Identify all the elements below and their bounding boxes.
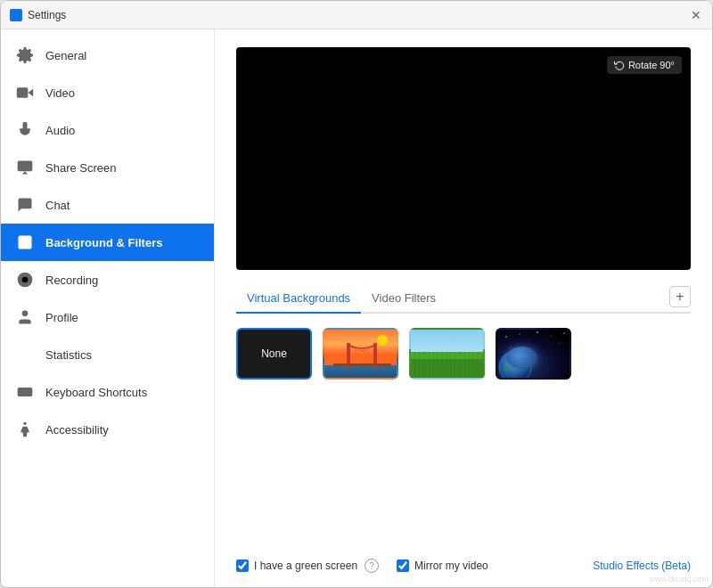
green-screen-group: I have a green screen ? (236, 559, 379, 573)
sidebar-item-accessibility[interactable]: Accessibility (1, 411, 214, 448)
app-icon (10, 9, 22, 21)
sidebar-label-profile: Profile (45, 311, 78, 324)
sidebar-label-share-screen: Share Screen (45, 161, 117, 175)
background-green-field[interactable] (409, 328, 485, 380)
svg-point-53 (560, 343, 561, 344)
sidebar-label-statistics: Statistics (45, 348, 92, 362)
sidebar-label-video: Video (45, 86, 75, 100)
svg-point-21 (23, 422, 26, 425)
mirror-video-checkbox[interactable] (397, 559, 409, 572)
background-space[interactable] (496, 328, 571, 380)
watermark: www.deuaq.com (650, 575, 709, 584)
background-golden-gate[interactable] (323, 328, 398, 380)
svg-marker-1 (28, 89, 33, 96)
sidebar-label-audio: Audio (45, 124, 75, 137)
general-icon (15, 45, 35, 65)
sidebar-label-keyboard-shortcuts: Keyboard Shortcuts (45, 386, 147, 399)
share-screen-icon (15, 158, 35, 177)
svg-rect-15 (18, 388, 33, 396)
titlebar-left: Settings (10, 9, 66, 21)
add-background-button[interactable]: + (669, 286, 691, 307)
mirror-video-label: Mirror my video (414, 559, 488, 572)
sidebar-label-general: General (45, 49, 86, 62)
footer-bar: I have a green screen ? Mirror my video … (236, 559, 691, 573)
tab-virtual-backgrounds[interactable]: Virtual Backgrounds (236, 284, 361, 314)
svg-rect-26 (333, 363, 391, 366)
sidebar-item-background-filters[interactable]: Background & Filters (1, 224, 214, 261)
profile-icon (15, 307, 35, 327)
titlebar: Settings ✕ (1, 1, 712, 29)
svg-point-10 (22, 277, 29, 283)
sidebar-item-keyboard-shortcuts[interactable]: Keyboard Shortcuts (1, 373, 214, 411)
sidebar-item-share-screen[interactable]: Share Screen (1, 149, 214, 186)
mirror-video-group: Mirror my video (397, 559, 488, 572)
background-none-label: None (261, 347, 287, 360)
settings-window: Settings ✕ General Video (0, 0, 713, 588)
sidebar-item-audio[interactable]: Audio (1, 111, 214, 149)
statistics-icon (15, 345, 35, 364)
sidebar-item-video[interactable]: Video (1, 74, 214, 111)
svg-rect-2 (17, 87, 28, 98)
keyboard-icon (15, 382, 35, 402)
svg-point-48 (505, 336, 507, 338)
sidebar-item-statistics[interactable]: Statistics (1, 336, 214, 373)
close-button[interactable]: ✕ (689, 8, 703, 22)
svg-rect-30 (411, 352, 485, 359)
green-screen-checkbox[interactable] (236, 559, 249, 572)
background-none[interactable]: None (236, 328, 312, 380)
studio-effects-link[interactable]: Studio Effects (Beta) (593, 559, 691, 572)
sidebar-label-recording: Recording (45, 274, 98, 287)
sidebar: General Video Audio Share (1, 29, 215, 587)
sidebar-label-background-filters: Background & Filters (45, 236, 162, 249)
green-screen-help-icon[interactable]: ? (365, 559, 379, 573)
sidebar-item-general[interactable]: General (1, 37, 214, 74)
svg-point-50 (537, 331, 538, 333)
content-area: General Video Audio Share (1, 29, 712, 587)
tab-video-filters[interactable]: Video Filters (361, 284, 447, 314)
svg-point-54 (510, 347, 511, 347)
svg-point-11 (22, 311, 29, 317)
svg-point-8 (21, 239, 23, 241)
svg-point-55 (529, 340, 529, 341)
svg-rect-22 (324, 330, 398, 365)
svg-rect-5 (18, 161, 33, 172)
sidebar-label-chat: Chat (45, 199, 70, 212)
video-preview: Rotate 90° (236, 47, 691, 270)
backgrounds-grid: None (236, 328, 691, 380)
svg-rect-23 (324, 365, 398, 380)
rotate-button[interactable]: Rotate 90° (607, 56, 682, 74)
accessibility-icon (15, 420, 35, 439)
tabs-bar: Virtual Backgrounds Video Filters + (236, 284, 691, 314)
green-screen-label: I have a green screen (254, 559, 357, 572)
video-icon (15, 83, 35, 102)
svg-point-52 (563, 332, 564, 333)
sidebar-item-recording[interactable]: Recording (1, 261, 214, 298)
footer-left: I have a green screen ? Mirror my video (236, 559, 488, 573)
audio-icon (15, 120, 35, 140)
recording-icon (15, 270, 35, 290)
sidebar-label-accessibility: Accessibility (45, 423, 109, 437)
svg-point-49 (519, 333, 520, 334)
sidebar-item-chat[interactable]: Chat (1, 186, 214, 224)
main-content: Rotate 90° Virtual Backgrounds Video Fil… (215, 29, 712, 587)
tabs-left: Virtual Backgrounds Video Filters (236, 284, 447, 312)
svg-rect-28 (411, 330, 485, 355)
svg-point-27 (377, 335, 388, 346)
rotate-label: Rotate 90° (628, 60, 675, 70)
sidebar-item-profile[interactable]: Profile (1, 298, 214, 336)
background-filters-icon (15, 233, 35, 252)
window-title: Settings (28, 9, 66, 21)
chat-icon (15, 195, 35, 215)
svg-point-51 (551, 336, 552, 337)
